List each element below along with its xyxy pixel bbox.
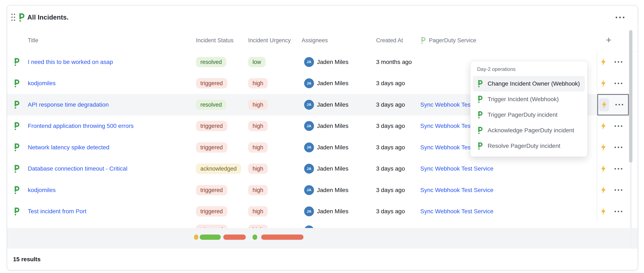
actions-column-divider bbox=[597, 51, 597, 228]
pagerduty-menu-icon bbox=[477, 96, 482, 103]
menu-item[interactable]: Resolve PagerDuty incident bbox=[473, 138, 585, 154]
created-at: 3 days ago bbox=[376, 158, 405, 180]
incident-row[interactable]: kodjomiles triggered high JA Jaden Miles… bbox=[7, 179, 629, 201]
partial-incident-row[interactable]: triggered high JA bbox=[7, 222, 629, 228]
created-at: 3 days ago bbox=[376, 115, 405, 137]
summary-distribution-pill bbox=[261, 235, 304, 240]
assignee-name: Jaden Miles bbox=[317, 94, 348, 115]
lightning-icon bbox=[600, 165, 606, 173]
vertical-scrollbar-thumb[interactable] bbox=[629, 30, 632, 163]
lightning-icon bbox=[600, 143, 606, 151]
pagerduty-row-icon bbox=[14, 115, 19, 137]
row-actions-cell bbox=[597, 115, 629, 137]
assignee-avatar: JA bbox=[304, 100, 314, 110]
run-action-button[interactable] bbox=[599, 98, 609, 111]
row-actions-cell bbox=[597, 51, 629, 73]
row-menu-button[interactable] bbox=[612, 206, 624, 216]
urgency-badge: low bbox=[248, 57, 266, 67]
row-menu-button[interactable] bbox=[612, 57, 624, 67]
row-menu-button[interactable] bbox=[612, 121, 624, 131]
menu-item[interactable]: Trigger PagerDuty incident bbox=[473, 107, 585, 123]
pagerduty-menu-icon bbox=[477, 127, 482, 134]
urgency-badge: high bbox=[248, 185, 268, 195]
status-badge: triggered bbox=[196, 142, 227, 152]
incident-title-link[interactable]: kodjomiles bbox=[28, 73, 56, 94]
menu-item-label: Resolve PagerDuty incident bbox=[488, 143, 560, 149]
incident-title-link[interactable]: Frontend application throwing 500 errors bbox=[28, 115, 134, 137]
row-actions-cell bbox=[597, 179, 629, 201]
incident-title-link[interactable]: Database connection timeout - Critical bbox=[28, 158, 127, 180]
status-badge: triggered bbox=[196, 225, 227, 228]
assignee-name: Jaden Miles bbox=[317, 201, 348, 222]
incident-title-link[interactable]: Network latency spike detected bbox=[28, 137, 110, 158]
created-at: 3 days ago bbox=[376, 94, 405, 115]
day2-operations-menu: Day-2 operations Change Incident Owner (… bbox=[470, 61, 588, 157]
service-link[interactable]: Sync Webhook Test Service bbox=[420, 179, 494, 201]
incident-title-link[interactable]: API response time degradation bbox=[28, 94, 108, 115]
lightning-icon bbox=[600, 122, 606, 130]
created-at: 3 days ago bbox=[376, 137, 405, 158]
widget-footer: 15 results bbox=[7, 248, 638, 270]
assignee-name: Jaden Miles bbox=[317, 179, 348, 201]
row-actions-cell bbox=[597, 73, 629, 94]
assignee-avatar: JA bbox=[304, 57, 314, 67]
run-action-button[interactable] bbox=[598, 55, 608, 69]
row-menu-button[interactable] bbox=[612, 185, 624, 195]
menu-section-label: Day-2 operations bbox=[473, 65, 585, 76]
created-at: 3 days ago bbox=[376, 179, 405, 201]
pagerduty-menu-icon bbox=[477, 142, 482, 150]
assignee-name: Jaden Miles bbox=[317, 73, 348, 94]
row-actions-cell bbox=[597, 137, 629, 158]
run-action-button[interactable] bbox=[598, 119, 608, 133]
pagerduty-row-icon bbox=[14, 179, 19, 201]
status-badge: triggered bbox=[196, 121, 227, 131]
summary-distribution-pill bbox=[194, 235, 198, 240]
assignee-name: Jaden Miles bbox=[317, 137, 348, 158]
run-action-button[interactable] bbox=[598, 141, 608, 154]
assignee-avatar: JA bbox=[304, 121, 314, 131]
run-action-button[interactable] bbox=[598, 184, 608, 197]
menu-item-label: Change Incident Owner (Webhook) bbox=[488, 80, 580, 87]
incident-title-link[interactable]: Test incident from Port bbox=[28, 201, 86, 222]
status-badge: triggered bbox=[196, 78, 227, 89]
pagerduty-row-icon bbox=[14, 94, 19, 115]
pagerduty-menu-icon bbox=[477, 111, 482, 118]
assignee-avatar: JA bbox=[304, 185, 314, 195]
urgency-badge: high bbox=[248, 225, 268, 228]
row-menu-button[interactable] bbox=[612, 142, 624, 152]
row-actions-cell bbox=[597, 94, 629, 115]
lightning-icon bbox=[600, 186, 606, 194]
menu-item[interactable]: Change Incident Owner (Webhook) bbox=[473, 76, 585, 91]
status-badge: resolved bbox=[196, 57, 226, 67]
menu-item-label: Trigger PagerDuty incident bbox=[488, 111, 558, 118]
lightning-icon bbox=[600, 208, 606, 215]
assignee-avatar: JA bbox=[304, 78, 314, 88]
row-menu-button[interactable] bbox=[613, 100, 625, 110]
run-action-button[interactable] bbox=[598, 205, 608, 218]
menu-item[interactable]: Acknowledge PagerDuty incident bbox=[473, 123, 585, 138]
summary-distribution-pill bbox=[252, 235, 257, 240]
menu-item-label: Trigger Incident (Webhook) bbox=[488, 96, 559, 103]
created-at: 3 days ago bbox=[376, 73, 405, 94]
service-link[interactable]: Sync Webhook Test Service bbox=[420, 201, 494, 222]
created-at: 3 days ago bbox=[376, 201, 405, 222]
row-menu-button[interactable] bbox=[612, 164, 624, 174]
incident-title-link[interactable]: kodjomiles bbox=[28, 179, 56, 201]
lightning-icon bbox=[600, 79, 606, 87]
created-at: 3 months ago bbox=[376, 51, 412, 73]
incident-row[interactable]: Test incident from Port triggered high J… bbox=[7, 201, 629, 223]
pagerduty-row-icon bbox=[14, 201, 19, 222]
run-action-button[interactable] bbox=[598, 162, 608, 175]
incident-title-link[interactable]: I need this to be worked on asap bbox=[28, 51, 113, 73]
row-menu-button[interactable] bbox=[612, 78, 624, 88]
urgency-badge: high bbox=[248, 78, 268, 89]
service-link[interactable]: Sync Webhook Test Service bbox=[420, 158, 494, 180]
assignee-avatar: JA bbox=[304, 142, 314, 152]
pagerduty-row-icon bbox=[14, 51, 19, 73]
summary-distribution-pill bbox=[200, 235, 221, 240]
run-action-button[interactable] bbox=[598, 77, 608, 90]
urgency-badge: high bbox=[248, 99, 268, 110]
pagerduty-row-icon bbox=[14, 158, 19, 180]
incident-row[interactable]: Database connection timeout - Critical a… bbox=[7, 158, 629, 180]
menu-item[interactable]: Trigger Incident (Webhook) bbox=[473, 91, 585, 107]
